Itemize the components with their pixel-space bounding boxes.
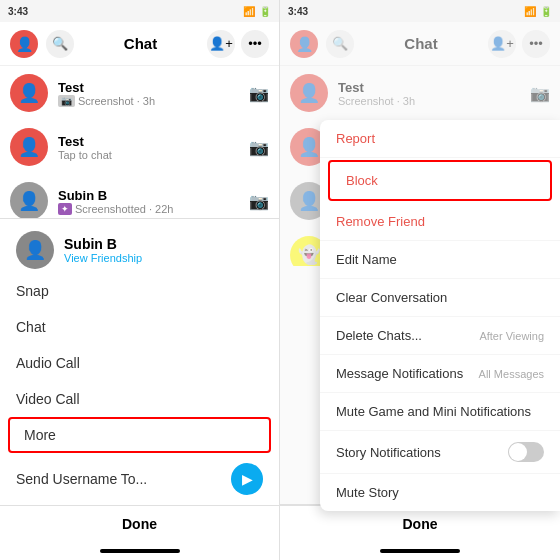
chat-item-test1-right[interactable]: 👤 Test Screenshot · 3h 📷	[280, 66, 560, 120]
story-notifications-toggle[interactable]	[508, 442, 544, 462]
chat-sub-test1-left: 📷 Screenshot · 3h	[58, 95, 239, 107]
chat-header-right: 👤 🔍 Chat 👤+ •••	[280, 22, 560, 66]
camera-icon-test1-left: 📷	[249, 84, 269, 103]
ctx-edit-name[interactable]: Edit Name	[320, 241, 560, 279]
chat-name-subin-left: Subin B	[58, 188, 239, 203]
ctx-block[interactable]: Block	[330, 162, 550, 199]
sheet-video-call[interactable]: Video Call	[0, 381, 279, 417]
chat-time-subin-left: Screenshotted · 22h	[75, 203, 173, 215]
ctx-delete-value: After Viewing	[479, 330, 544, 342]
header-right-group: 👤+ •••	[207, 30, 269, 58]
home-bar-left	[100, 549, 180, 553]
wifi-icon-left: 📶	[243, 6, 255, 17]
chat-item-test1-left[interactable]: 👤 Test 📷 Screenshot · 3h 📷	[0, 66, 279, 120]
more-button-left[interactable]: •••	[241, 30, 269, 58]
time-left: 3:43	[8, 6, 28, 17]
wifi-icon-right: 📶	[524, 6, 536, 17]
add-friend-button-left[interactable]: 👤+	[207, 30, 235, 58]
ctx-mute-game[interactable]: Mute Game and Mini Notifications	[320, 393, 560, 431]
sheet-send-row: Send Username To... ▶	[0, 453, 279, 505]
home-bar-right	[380, 549, 460, 553]
status-bar-left: 3:43 📶 🔋	[0, 0, 279, 22]
badge-test1-left: 📷	[58, 95, 75, 107]
chat-name-test1-left: Test	[58, 80, 239, 95]
ctx-msg-notif-label: Message Notifications	[336, 366, 463, 381]
ctx-clear-conversation[interactable]: Clear Conversation	[320, 279, 560, 317]
status-icons-right: 📶 🔋	[524, 6, 552, 17]
avatar-test1-right: 👤	[290, 74, 328, 112]
sheet-avatar: 👤	[16, 231, 54, 269]
send-circle-button[interactable]: ▶	[231, 463, 263, 495]
sheet-more[interactable]: More	[8, 417, 271, 453]
left-panel: 3:43 📶 🔋 👤 🔍 Chat 👤+ ••• 👤 Test 📷 Screen…	[0, 0, 280, 560]
chat-name-test1-right: Test	[338, 80, 520, 95]
chat-time-test1-left: Screenshot · 3h	[78, 95, 155, 107]
chat-item-test2-left[interactable]: 👤 Test Tap to chat 📷	[0, 120, 279, 174]
ctx-delete-label: Delete Chats...	[336, 328, 422, 343]
chat-info-test2-left: Test Tap to chat	[58, 134, 239, 161]
header-left-group: 👤 🔍	[10, 30, 74, 58]
search-button-right[interactable]: 🔍	[326, 30, 354, 58]
chat-title-right: Chat	[354, 35, 488, 52]
home-indicator-right	[280, 542, 560, 560]
chat-info-subin-left: Subin B ✦ Screenshotted · 22h	[58, 188, 239, 215]
ctx-mute-story[interactable]: Mute Story	[320, 474, 560, 511]
camera-icon-test1-right: 📷	[530, 84, 550, 103]
bottom-sheet-left: 👤 Subin B View Friendship Snap Chat Audi…	[0, 218, 279, 560]
sheet-audio-call[interactable]: Audio Call	[0, 345, 279, 381]
battery-icon-right: 🔋	[540, 6, 552, 17]
sheet-user-sub: View Friendship	[64, 252, 263, 264]
add-friend-button-right[interactable]: 👤+	[488, 30, 516, 58]
ctx-delete-chats[interactable]: Delete Chats... After Viewing	[320, 317, 560, 355]
sheet-send-label: Send Username To...	[16, 471, 147, 487]
sheet-chat[interactable]: Chat	[0, 309, 279, 345]
ctx-story-notif-label: Story Notifications	[336, 445, 441, 460]
status-bar-right: 3:43 📶 🔋	[280, 0, 560, 22]
chat-sub-subin-left: ✦ Screenshotted · 22h	[58, 203, 239, 215]
avatar-test1-left: 👤	[10, 74, 48, 112]
chat-sub-test1-right: Screenshot · 3h	[338, 95, 520, 107]
ctx-remove-friend[interactable]: Remove Friend	[320, 203, 560, 241]
home-indicator-left	[0, 542, 279, 560]
ctx-report[interactable]: Report	[320, 120, 560, 158]
time-right: 3:43	[288, 6, 308, 17]
ctx-story-notifications[interactable]: Story Notifications	[320, 431, 560, 474]
header-left-group-right: 👤 🔍	[290, 30, 354, 58]
chat-name-test2-left: Test	[58, 134, 239, 149]
battery-icon-left: 🔋	[259, 6, 271, 17]
sheet-user-name: Subin B	[64, 236, 263, 252]
toggle-knob	[509, 443, 527, 461]
sheet-done[interactable]: Done	[0, 505, 279, 542]
chat-tap-test2-left: Tap to chat	[58, 149, 112, 161]
chat-info-test1-left: Test 📷 Screenshot · 3h	[58, 80, 239, 107]
chat-sub-test2-left: Tap to chat	[58, 149, 239, 161]
badge-subin-left: ✦	[58, 203, 72, 215]
user-avatar-left: 👤	[10, 30, 38, 58]
sheet-user-info: Subin B View Friendship	[64, 236, 263, 264]
more-button-right[interactable]: •••	[522, 30, 550, 58]
right-panel: 3:43 📶 🔋 👤 🔍 Chat 👤+ ••• 👤 Test	[280, 0, 560, 560]
avatar-subin-left: 👤	[10, 182, 48, 220]
camera-icon-test2-left: 📷	[249, 138, 269, 157]
context-menu: Report Block Remove Friend Edit Name Cle…	[320, 120, 560, 511]
sheet-user: 👤 Subin B View Friendship	[0, 219, 279, 273]
sheet-snap[interactable]: Snap	[0, 273, 279, 309]
chat-info-test1-right: Test Screenshot · 3h	[338, 80, 520, 107]
status-icons-left: 📶 🔋	[243, 6, 271, 17]
ctx-msg-notif-value: All Messages	[479, 368, 544, 380]
header-right-group-right: 👤+ •••	[488, 30, 550, 58]
chat-title-left: Chat	[74, 35, 207, 52]
user-avatar-right: 👤	[290, 30, 318, 58]
camera-icon-subin-left: 📷	[249, 192, 269, 211]
chat-header-left: 👤 🔍 Chat 👤+ •••	[0, 22, 279, 66]
search-button-left[interactable]: 🔍	[46, 30, 74, 58]
avatar-test2-left: 👤	[10, 128, 48, 166]
ctx-message-notifications[interactable]: Message Notifications All Messages	[320, 355, 560, 393]
